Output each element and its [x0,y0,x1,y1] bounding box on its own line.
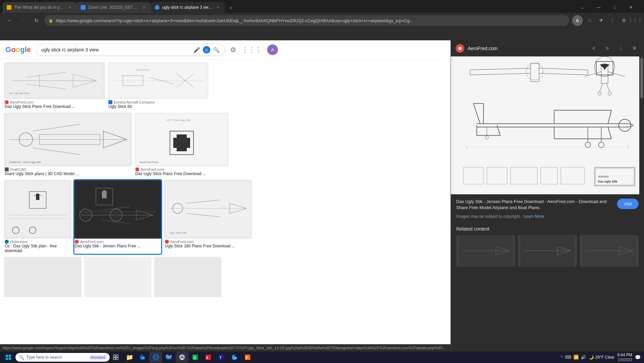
taskbar-app-icon-8[interactable]: T [215,352,228,363]
image-grid: Das Ugly Stik Plans AeroFred.com Das Ugl… [0,59,451,344]
panel-close-button[interactable]: ✕ [629,43,639,53]
taskbar-green-app[interactable]: G [189,352,202,363]
google-apps-icon[interactable]: ⋮⋮⋮ [242,46,262,54]
tray-caret-icon[interactable]: ^ [561,355,563,360]
image-card-4[interactable]: 1/2 5 "Das Ugly Stik" AeroFred Plans Aer… [135,113,229,177]
user-avatar[interactable]: A [267,44,278,55]
back-button[interactable]: ← [4,15,15,26]
tab-3-close[interactable]: ✕ [215,5,221,10]
image-card-3[interactable]: GrabCAD - Giant Ugly Stik GrabCAD Giant … [4,113,132,177]
panel-header: AeroFred.com < > ⋮ ✕ [451,40,644,56]
scroll-track[interactable] [639,56,644,352]
svg-text:A: A [206,356,208,360]
image-card-8[interactable] [4,257,81,297]
source-favicon-5 [5,240,9,244]
svg-text:F: F [246,356,248,360]
settings-icon[interactable]: ⚙ [619,16,629,25]
google-logo: Google [5,45,31,54]
address-bar[interactable]: 🔒 https://www.google.com/search?q=ugly+s… [44,15,569,26]
profile-icon[interactable]: A [572,15,583,26]
image-card-1[interactable]: Das Ugly Stik Plans AeroFred.com Das Ugl… [4,62,105,110]
tab-3-title: ugly stick rc airplane 3 view - Go... [162,5,213,10]
image-card-7-title: Ugly Stick 180 Plans Free Download ... [165,244,251,248]
image-card-6-source: AeroFred.com [75,240,161,244]
source-favicon-4 [135,167,139,171]
related-thumb-1[interactable] [456,235,515,267]
taskbar-search-box[interactable]: 🔍 Type here to search Animated [15,353,110,362]
svg-text:G: G [193,356,196,360]
taskbar-outlook-icon[interactable] [163,352,175,363]
svg-text:Das Ugly Stik: Das Ugly Stik [598,180,618,183]
image-card-7-info: AeroFred.com Ugly Stick 180 Plans Free D… [164,239,252,249]
related-thumb-3[interactable] [580,235,639,267]
svg-rect-26 [6,182,70,237]
nav-icons: A ☆ ⧩ ⋮ ⚙ ⋮⋮⋮ [572,15,640,26]
tab-1-favicon [7,5,11,10]
tab-1-close[interactable]: ✕ [67,5,73,10]
panel-prev-button[interactable]: < [589,43,599,53]
nav-bar: ← → ↻ 🔒 https://www.google.com/search?q=… [0,13,644,28]
refresh-button[interactable]: ↻ [31,15,42,26]
image-card-6[interactable]: AeroFred.com Das Ugly Stik - Jensen Plan… [74,180,162,254]
minimize-button[interactable]: — [591,2,606,13]
tab-overflow-button[interactable]: ⌄ [575,2,590,13]
edge-menu-icon[interactable]: ⋮ [608,16,617,25]
image-card-9[interactable] [84,257,151,297]
image-card-3-title: Giant Ugly Stick plans | 3D CAD Model ..… [5,171,131,176]
apps-icon[interactable]: ⋮⋮⋮ [631,16,640,25]
svg-rect-112 [6,358,8,360]
image-card-6-title: Das Ugly Stik - Jensen Plans Free ... [75,244,161,248]
scroll-thumb[interactable] [640,58,643,98]
search-submit-icon[interactable]: 🔍 [213,47,220,53]
tab-2-close[interactable]: ✕ [141,5,147,10]
taskbar-file-explorer[interactable]: 📁 [123,352,136,363]
panel-more-options[interactable]: ⋮ [616,43,626,53]
image-card-2[interactable]: Wing Parts Eureka Aircraft Company [108,62,209,110]
image-card-5-thumb [4,180,71,239]
image-card-7[interactable]: Ugly Stick 180 AeroFred.com Ugly Stick 1… [164,180,252,254]
learn-more-link[interactable]: Learn More [523,214,544,219]
image-card-10[interactable] [154,257,221,297]
image-card-4-info: AeroFred.com Das Ugly Stick Plans Free D… [135,166,229,177]
image-card-2-thumb: Wing Parts [108,62,209,99]
tab-1-title: The 'What did you do in your wo... [14,5,65,10]
related-thumb-2[interactable] [518,235,577,267]
settings-gear-icon[interactable]: ⚙ [230,46,236,54]
favorites-icon[interactable]: ☆ [585,16,594,25]
voice-search-icon[interactable]: 🎤 [193,47,200,53]
taskbar-edge-blue-icon[interactable] [228,352,241,363]
new-tab-button[interactable]: + [226,3,236,13]
search-input-bar[interactable]: ugly stick rc airplane 3 view 🎤 ◎ 🔍 [36,44,225,56]
image-card-10-thumb [154,257,221,297]
tray-volume-icon[interactable]: 🔊 [581,355,586,360]
system-tray: ^ ⌨ 📶 🔊 🌙 29°F Clear 9:44 PM 2/3/2023 💬 [561,353,642,362]
taskbar-chrome-icon[interactable] [176,352,188,363]
source-favicon-6 [75,240,79,244]
taskbar-orange-app[interactable]: F [241,352,254,363]
notification-icon[interactable]: 💬 [635,355,641,360]
tab-1[interactable]: The 'What did you do in your wo... ✕ [3,2,77,13]
close-button[interactable]: ✕ [623,2,639,13]
start-button[interactable] [2,353,15,362]
taskbar-autocad-icon[interactable]: A [202,352,215,363]
panel-visit-button[interactable]: Visit [617,199,639,209]
taskbar-icons-area: 📁 [123,352,254,363]
image-card-1-thumb: Das Ugly Stik Plans [4,62,105,99]
tab-3[interactable]: ugly stick rc airplane 3 view - Go... ✕ [151,2,225,13]
taskbar-edge-icon[interactable] [136,352,149,363]
maximize-button[interactable]: □ [607,2,622,13]
extensions-icon[interactable]: ⧩ [596,16,606,25]
lens-icon[interactable]: ◎ [203,46,210,53]
task-view-button[interactable] [110,353,121,362]
taskbar: 🔍 Type here to search Animated 📁 [0,352,644,363]
tray-network-icon[interactable]: 📶 [573,355,579,360]
forward-button[interactable]: → [17,15,28,26]
image-card-5[interactable]: Outerzone Oz : Das Ugly Stik plan - free… [4,180,71,254]
tab-3-favicon [155,5,159,10]
panel-next-button[interactable]: > [602,43,612,53]
taskbar-ie-icon[interactable] [149,352,162,363]
tab-2-title: Zoom Link: 202220_EET263_3290... [88,5,139,10]
svg-rect-117 [116,358,118,360]
tab-2[interactable]: Zoom Link: 202220_EET263_3290... ✕ [77,2,151,13]
clock-time: 9:44 PM [617,353,632,357]
